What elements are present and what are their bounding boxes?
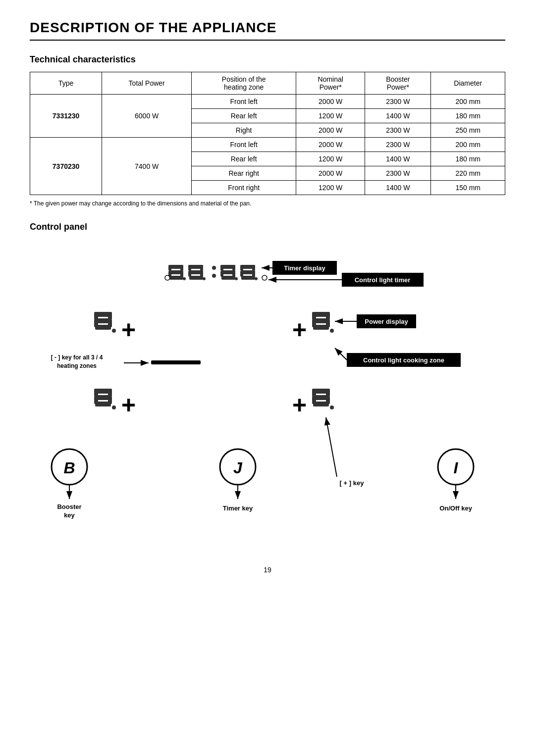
svg-rect-71 xyxy=(95,389,111,394)
svg-rect-13 xyxy=(188,271,191,277)
svg-rect-28 xyxy=(241,276,255,280)
svg-rect-46 xyxy=(108,312,112,320)
svg-rect-85 xyxy=(312,396,316,404)
row-7370230-boo2: 1400 W xyxy=(365,152,431,166)
svg-text:+: + xyxy=(121,316,136,344)
row-7331230-dia2: 180 mm xyxy=(431,109,505,123)
svg-rect-30 xyxy=(252,265,255,271)
svg-rect-48 xyxy=(108,319,112,327)
svg-rect-56 xyxy=(312,319,316,327)
row-7370230-nom3: 2000 W xyxy=(296,166,365,181)
row-7331230-boo1: 2300 W xyxy=(365,95,431,109)
row-7331230-pos3: Right xyxy=(192,123,296,138)
row-7331230-pos1: Front left xyxy=(192,95,296,109)
svg-rect-5 xyxy=(168,271,171,277)
svg-text:J: J xyxy=(233,459,243,477)
svg-rect-23 xyxy=(220,271,223,277)
svg-rect-54 xyxy=(312,312,316,320)
svg-rect-67 xyxy=(151,360,201,364)
svg-point-38 xyxy=(165,275,170,280)
svg-rect-68 xyxy=(347,353,461,367)
svg-point-58 xyxy=(330,329,334,333)
svg-rect-0 xyxy=(169,265,183,269)
svg-text:+: + xyxy=(121,391,136,419)
svg-point-33 xyxy=(255,277,258,280)
svg-rect-55 xyxy=(326,312,330,320)
page-number: 19 xyxy=(30,566,505,574)
svg-text:B: B xyxy=(63,459,75,477)
svg-point-7 xyxy=(183,277,186,280)
svg-rect-14 xyxy=(200,271,203,277)
svg-rect-42 xyxy=(95,312,111,317)
svg-rect-19 xyxy=(221,270,235,274)
row-7331230-pos2: Rear left xyxy=(192,109,296,123)
svg-text:key: key xyxy=(64,511,75,519)
svg-rect-57 xyxy=(326,319,330,327)
control-panel-diagram: Timer display Control light timer xyxy=(30,239,505,546)
svg-rect-84 xyxy=(326,389,330,397)
svg-rect-3 xyxy=(168,265,171,271)
row-7331230-power: 6000 W xyxy=(102,95,192,138)
svg-rect-22 xyxy=(232,265,235,271)
section2-heading: Control panel xyxy=(30,222,505,232)
svg-rect-81 xyxy=(313,395,329,400)
svg-rect-73 xyxy=(95,402,111,406)
svg-text:I: I xyxy=(454,459,459,477)
svg-rect-77 xyxy=(108,396,112,404)
row-7370230-nom4: 1200 W xyxy=(296,181,365,195)
svg-rect-95 xyxy=(332,477,372,490)
row-7370230-type: 7370230 xyxy=(30,138,102,195)
svg-point-93 xyxy=(438,449,474,485)
svg-rect-8 xyxy=(189,265,203,269)
svg-rect-10 xyxy=(189,276,203,280)
svg-text:Timer key: Timer key xyxy=(223,504,253,512)
svg-rect-75 xyxy=(108,389,112,397)
row-7331230-nom3: 2000 W xyxy=(296,123,365,138)
svg-line-70 xyxy=(335,348,347,360)
svg-rect-72 xyxy=(95,395,111,400)
col-diameter: Diameter xyxy=(431,72,505,95)
svg-rect-44 xyxy=(95,325,111,330)
col-nominal: NominalPower* xyxy=(296,72,365,95)
svg-rect-29 xyxy=(240,265,243,271)
svg-point-37 xyxy=(262,275,267,280)
row-7370230-pos4: Front right xyxy=(192,181,296,195)
svg-text:[ - ] key for all 3 / 4: [ - ] key for all 3 / 4 xyxy=(51,354,103,361)
row-7370230-power: 7400 W xyxy=(102,138,192,195)
row-7370230-dia2: 180 mm xyxy=(431,152,505,166)
svg-rect-6 xyxy=(180,271,183,277)
svg-text:+: + xyxy=(292,391,307,419)
svg-rect-9 xyxy=(189,270,203,274)
row-7370230-dia1: 200 mm xyxy=(431,138,505,152)
svg-rect-31 xyxy=(240,271,243,277)
svg-rect-60 xyxy=(357,314,416,328)
svg-point-49 xyxy=(112,329,116,333)
svg-rect-26 xyxy=(241,265,255,269)
svg-rect-52 xyxy=(313,318,329,323)
svg-rect-32 xyxy=(252,271,255,277)
svg-rect-80 xyxy=(313,389,329,394)
row-7370230-boo4: 1400 W xyxy=(365,181,431,195)
svg-line-97 xyxy=(326,417,337,477)
col-total-power: Total Power xyxy=(102,72,192,95)
svg-rect-39 xyxy=(342,273,424,287)
svg-point-16 xyxy=(212,266,216,270)
row-7331230-dia1: 200 mm xyxy=(431,95,505,109)
svg-rect-12 xyxy=(200,265,203,271)
svg-rect-43 xyxy=(95,318,111,323)
row-7331230-nom1: 2000 W xyxy=(296,95,365,109)
svg-text:Control light timer: Control light timer xyxy=(355,276,411,284)
technical-table: Type Total Power Position of theheating … xyxy=(30,72,505,195)
svg-rect-11 xyxy=(188,265,191,271)
svg-rect-1 xyxy=(169,270,183,274)
control-panel-section: Control panel xyxy=(30,222,505,546)
svg-point-17 xyxy=(212,274,216,278)
svg-text:[ + ] key: [ + ] key xyxy=(340,479,365,487)
svg-rect-47 xyxy=(94,319,98,327)
svg-text:Timer display: Timer display xyxy=(284,264,325,272)
svg-point-15 xyxy=(203,277,206,280)
svg-rect-53 xyxy=(313,325,329,330)
row-7370230-dia3: 220 mm xyxy=(431,166,505,181)
page-title: DESCRIPTION OF THE APPLIANCE xyxy=(30,20,505,41)
row-7370230-nom2: 1200 W xyxy=(296,152,365,166)
